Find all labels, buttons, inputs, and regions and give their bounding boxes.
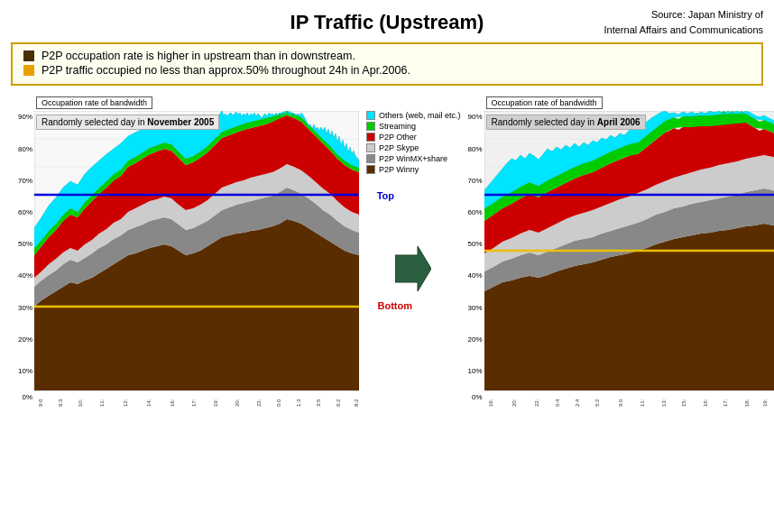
bottom-label: Bottom [378,300,413,311]
legend-label-p2p-winmx: P2P WinMX+share [379,154,447,163]
legend-label-p2p-skype: P2P Skype [379,143,419,152]
r-y-label-80: 80% [468,144,483,152]
legend-color-p2p-other [366,133,375,142]
legend-color-streaming [366,122,375,131]
legend-label-others: Others (web, mail etc.) [379,111,461,120]
legend-item-p2p-winny: P2P Winny [366,165,461,174]
charts-area: Occupation rate of bandwidth 90% 80% 70%… [11,93,763,425]
svg-marker-19 [395,246,431,291]
bullet-item-2: P2P traffic occupied no less than approx… [23,64,751,77]
chart-right-label-box: Randomly selected day in April 2006 [486,115,646,130]
chart-right: Occupation rate of bandwidth 90% 80% 70%… [461,93,774,425]
r-y-label-10: 10% [468,367,483,375]
y-label-80: 80% [18,144,32,152]
arrow-icon [395,246,431,291]
r-y-label-90: 90% [468,113,483,121]
legend-label-p2p-winny: P2P Winny [379,165,419,174]
y-label-20: 20% [18,335,32,343]
legend-item-others: Others (web, mail etc.) [366,111,461,120]
y-label-30: 30% [18,303,32,311]
r-y-label-20: 20% [468,335,483,343]
legend-item-p2p-other: P2P Other [366,133,461,142]
chart-left: Occupation rate of bandwidth 90% 80% 70%… [11,93,363,425]
y-label-60: 60% [18,208,32,216]
chart-left-label-box: Randomly selected day in November 2005 [36,115,219,130]
chart-right-x-axis: 16:25 20:05 22:05 0:45 2:45 5:25 9:05 11… [484,399,774,425]
legend-color-p2p-winny [366,165,375,174]
legend-color-p2p-skype [366,143,375,152]
bullet-box: P2P occupation rate is higher in upstrea… [11,42,763,86]
transition-arrow [366,246,461,291]
legend-label-p2p-other: P2P Other [379,133,417,142]
chart-right-title: Occupation rate of bandwidth [486,96,603,109]
y-label-0: 0% [22,392,32,400]
top-label: Top [377,190,394,201]
r-y-label-30: 30% [468,303,483,311]
r-y-label-0: 0% [472,392,483,400]
page-title: IP Traffic (Upstream) [173,7,601,34]
bullet-icon-2 [23,65,34,76]
r-y-label-70: 70% [468,176,483,184]
r-y-label-50: 50% [468,240,483,248]
y-label-90: 90% [18,113,32,121]
r-y-label-40: 40% [468,271,483,280]
y-label-50: 50% [18,240,32,248]
chart-right-svg [484,111,774,399]
bullet-icon-1 [23,50,34,61]
chart-left-y-axis: 90% 80% 70% 60% 50% 40% 30% 20% 10% 0% [11,111,34,399]
source-credit: Source: Japan Ministry of Internal Affai… [601,7,763,37]
y-label-40: 40% [18,271,32,280]
bullet-item-1: P2P occupation rate is higher in upstrea… [23,50,751,62]
legend-color-p2p-winmx [366,154,375,163]
chart-right-y-axis: 90% 80% 70% 60% 50% 40% 30% 20% 10% 0% [461,111,484,399]
chart-left-x-axis: 9:05 9:35 10:35 11:20 12:50 14:20 16:20 … [34,399,359,425]
legend-item-streaming: Streaming [366,122,461,131]
y-label-70: 70% [18,176,32,184]
legend-label-streaming: Streaming [379,122,416,131]
chart-left-title: Occupation rate of bandwidth [36,96,152,109]
bullet-text-2: P2P traffic occupied no less than approx… [41,64,410,77]
r-y-label-60: 60% [468,208,483,216]
y-label-10: 10% [18,367,32,375]
header: IP Traffic (Upstream) Source: Japan Mini… [11,7,763,37]
legend-color-others [366,111,375,120]
legend-item-p2p-skype: P2P Skype [366,143,461,152]
chart-left-inner: Randomly selected day in November 2005 [34,111,363,399]
legend-item-p2p-winmx: P2P WinMX+share [366,154,461,163]
chart-left-svg [34,111,359,399]
bullet-text-1: P2P occupation rate is higher in upstrea… [41,50,355,62]
chart-right-inner: Randomly selected day in April 2006 [484,111,774,399]
